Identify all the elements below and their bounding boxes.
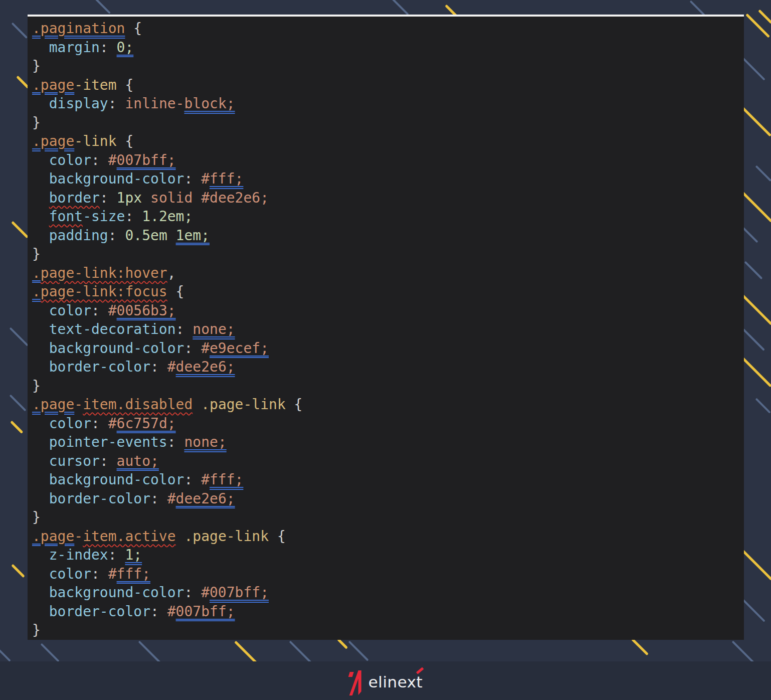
code-token: border: [49, 190, 100, 206]
slate-diagonal-line: [10, 395, 27, 412]
code-token: fff;: [117, 566, 150, 582]
code-token: .pagination: [32, 20, 125, 37]
elinext-logo-text-wrap: elinext: [368, 673, 423, 691]
code-token: [32, 321, 49, 337]
slate-diagonal-line: [12, 23, 28, 39]
code-line: background-color: #007bff;: [32, 583, 744, 602]
code-token: #: [201, 340, 210, 357]
code-token: }: [32, 58, 41, 74]
code-token: [32, 359, 49, 375]
code-token: page-link:hover: [41, 265, 167, 281]
code-token: none;: [192, 321, 235, 337]
code-token: :: [167, 434, 184, 450]
yellow-diagonal-line: [741, 357, 771, 388]
code-token: :: [100, 453, 117, 469]
code-token: .page-link: [184, 528, 269, 545]
code-token: :: [91, 566, 108, 582]
code-token: [32, 415, 49, 432]
code-token: :: [125, 208, 142, 225]
code-token: {: [117, 133, 134, 149]
code-token: #: [167, 490, 176, 507]
yellow-diagonal-line: [11, 221, 29, 239]
code-token: }: [32, 622, 41, 638]
code-token: :: [150, 359, 167, 375]
code-token: background-color: [49, 471, 184, 488]
code-token: #: [167, 603, 176, 620]
slate-diagonal-line: [755, 398, 771, 414]
code-token: font: [49, 208, 83, 225]
slate-diagonal-line: [41, 643, 60, 662]
code-token: {: [269, 528, 286, 545]
code-token: [32, 490, 49, 507]
code-token: block;: [184, 95, 235, 112]
code-token: display: [49, 95, 108, 112]
code-token: {: [117, 77, 134, 93]
code-token: :: [108, 547, 125, 563]
slate-diagonal-line: [138, 641, 161, 663]
code-token: 1;: [125, 547, 142, 563]
code-token: e9ecef;: [210, 340, 269, 357]
code-token: [192, 396, 201, 413]
code-token: .: [32, 283, 41, 300]
code-token: [32, 547, 49, 563]
code-line: color: #0056b3;: [32, 301, 744, 320]
slate-diagonal-line: [348, 641, 369, 661]
code-token: [32, 471, 49, 488]
code-line: .pagination {: [32, 19, 744, 38]
code-token: :: [91, 415, 108, 432]
code-token: ,: [167, 265, 176, 281]
code-line: }: [32, 57, 744, 76]
code-token: inline-: [125, 95, 184, 112]
code-line: border: 1px solid #dee2e6;: [32, 189, 744, 208]
code-token: border-color: [49, 359, 150, 375]
code-token: [32, 39, 49, 56]
yellow-diagonal-line: [337, 638, 348, 649]
code-line: }: [32, 377, 744, 396]
code-line: .page-link {: [32, 132, 744, 151]
code-token: :: [150, 490, 167, 507]
code-token: dee2e6;: [176, 490, 235, 507]
code-token: padding: [49, 227, 108, 244]
code-line: background-color: #fff;: [32, 470, 744, 489]
elinext-logo: elinext: [348, 668, 423, 695]
yellow-diagonal-line: [10, 421, 23, 434]
code-token: text-decoration: [49, 321, 176, 337]
code-token: #: [201, 584, 210, 601]
code-token: background-color: [49, 584, 184, 601]
code-token: #: [108, 152, 117, 168]
code-line: color: #fff;: [32, 565, 744, 584]
code-token: [32, 340, 49, 357]
code-token: [32, 170, 49, 187]
code-token: 1em;: [176, 227, 210, 244]
code-line: z-index: 1;: [32, 546, 744, 565]
yellow-diagonal-line: [11, 564, 25, 578]
slate-diagonal-line: [10, 327, 29, 346]
code-token: .page: [32, 396, 74, 413]
code-token: margin: [49, 39, 100, 56]
code-token: color: [49, 302, 91, 319]
code-token: [32, 208, 49, 225]
code-token: item.active: [83, 528, 175, 545]
code-line: .page-item.active .page-link {: [32, 527, 744, 546]
code-token: :: [184, 170, 201, 187]
code-token: color: [49, 152, 91, 168]
code-line: display: inline-block;: [32, 94, 744, 113]
code-line: text-decoration: none;: [32, 320, 744, 339]
code-token: }: [32, 246, 41, 262]
code-token: -size: [83, 208, 125, 225]
code-token: z-index: [49, 547, 108, 563]
code-token: #: [201, 471, 210, 488]
yellow-diagonal-line: [631, 638, 649, 656]
code-token: 6c757d;: [117, 415, 176, 432]
code-token: #: [108, 566, 117, 582]
code-token: border-color: [49, 490, 150, 507]
code-token: {: [286, 396, 303, 413]
code-token: fff;: [210, 471, 243, 488]
code-token: auto;: [117, 453, 159, 469]
yellow-diagonal-line: [758, 10, 771, 24]
code-token: :: [100, 39, 117, 56]
code-token: {: [125, 20, 142, 37]
code-token: :: [184, 584, 201, 601]
yellow-diagonal-line: [741, 191, 771, 223]
code-line: .page-item.disabled .page-link {: [32, 395, 744, 414]
